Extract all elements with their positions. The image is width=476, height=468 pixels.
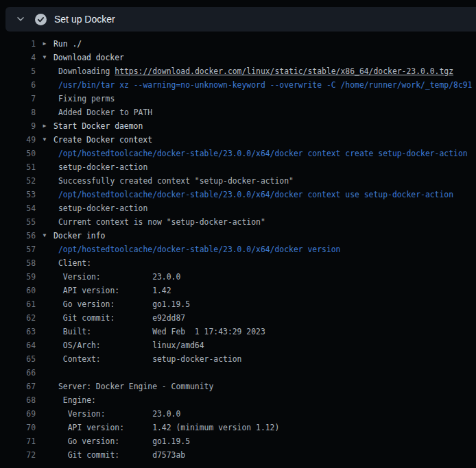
indent-spacer (36, 92, 58, 106)
line-number[interactable]: 72 (0, 448, 36, 462)
line-number[interactable]: 57 (0, 243, 36, 256)
log-text: Downloading https://download.docker.com/… (58, 64, 453, 78)
log-line: 4▼Download docker (0, 51, 476, 64)
log-group-title[interactable]: Download docker (53, 51, 124, 64)
log-line: 67Server: Docker Engine - Community (0, 380, 476, 393)
log-line: 66 (0, 366, 476, 380)
line-number[interactable]: 59 (0, 270, 36, 284)
log-line: 7Fixing perms (0, 92, 476, 106)
log-line: 1▶Run ./ (0, 37, 476, 51)
line-number[interactable]: 63 (0, 325, 36, 338)
line-number[interactable]: 55 (0, 215, 36, 229)
log-line: 52Successfully created context "setup-do… (0, 174, 476, 188)
indent-spacer (36, 284, 58, 297)
line-number[interactable]: 68 (0, 393, 36, 407)
log-line: 8Added Docker to PATH (0, 106, 476, 119)
indent-spacer (36, 64, 58, 78)
line-number[interactable]: 6 (0, 78, 36, 92)
expand-group-icon[interactable]: ▶ (36, 119, 53, 133)
line-number[interactable]: 70 (0, 421, 36, 434)
log-line: 57/opt/hostedtoolcache/docker-stable/23.… (0, 243, 476, 256)
log-text: setup-docker-action (58, 160, 147, 174)
log-line: 61 Go version: go1.19.5 (0, 297, 476, 311)
log-line: 53/opt/hostedtoolcache/docker-stable/23.… (0, 188, 476, 201)
log-line: 9▶Start Docker daemon (0, 119, 476, 133)
log-line: 60 API version: 1.42 (0, 284, 476, 297)
check-circle-icon (35, 14, 47, 25)
indent-spacer (36, 215, 58, 229)
expand-group-icon[interactable]: ▶ (36, 37, 53, 51)
line-number[interactable]: 5 (0, 64, 36, 78)
line-number[interactable]: 1 (0, 37, 36, 51)
line-number[interactable]: 69 (0, 407, 36, 421)
log-group-title[interactable]: Docker info (53, 229, 105, 243)
line-number[interactable]: 9 (0, 119, 36, 133)
collapse-group-icon[interactable]: ▼ (36, 133, 53, 147)
line-number[interactable]: 56 (0, 229, 36, 243)
step-header[interactable]: Set up Docker (5, 7, 476, 32)
line-number[interactable]: 49 (0, 133, 36, 147)
log-link[interactable]: https://download.docker.com/linux/static… (115, 66, 453, 76)
indent-spacer (36, 106, 58, 119)
line-number[interactable]: 66 (0, 366, 36, 380)
indent-spacer (36, 160, 58, 174)
indent-spacer (36, 78, 58, 92)
chevron-down-icon[interactable] (16, 14, 25, 24)
line-number[interactable]: 67 (0, 380, 36, 393)
log-line: 64 OS/Arch: linux/amd64 (0, 338, 476, 352)
collapse-group-icon[interactable]: ▼ (36, 51, 53, 64)
log-line: 63 Built: Wed Feb 1 17:43:29 2023 (0, 325, 476, 338)
indent-spacer (36, 434, 58, 448)
log-line: 69 Version: 23.0.0 (0, 407, 476, 421)
log-group-title[interactable]: Start Docker daemon (53, 119, 143, 133)
line-number[interactable]: 50 (0, 147, 36, 160)
indent-spacer (36, 147, 58, 160)
log-viewer: 1▶Run ./4▼Download docker5Downloading ht… (0, 32, 476, 468)
line-number[interactable]: 54 (0, 201, 36, 215)
indent-spacer (36, 325, 58, 338)
log-line: 59 Version: 23.0.0 (0, 270, 476, 284)
indent-spacer (36, 407, 58, 421)
log-line: 55Current context is now "setup-docker-a… (0, 215, 476, 229)
log-line: 5Downloading https://download.docker.com… (0, 64, 476, 78)
collapse-group-icon[interactable]: ▼ (36, 229, 53, 243)
log-text: Built: Wed Feb 1 17:43:29 2023 (58, 325, 265, 338)
line-number[interactable]: 8 (0, 106, 36, 119)
log-line: 50/opt/hostedtoolcache/docker-stable/23.… (0, 147, 476, 160)
line-number[interactable]: 58 (0, 256, 36, 270)
step-title: Set up Docker (54, 7, 115, 32)
log-group-title[interactable]: Create Docker context (53, 133, 152, 147)
line-number[interactable]: 71 (0, 434, 36, 448)
log-text: Fixing perms (58, 92, 115, 106)
line-number[interactable]: 64 (0, 338, 36, 352)
log-line: 68 Engine: (0, 393, 476, 407)
log-text: Git commit: e92dd87 (58, 311, 185, 325)
log-line: 65 Context: setup-docker-action (0, 352, 476, 366)
log-text: Server: Docker Engine - Community (58, 380, 213, 393)
line-number[interactable]: 62 (0, 311, 36, 325)
line-number[interactable]: 51 (0, 160, 36, 174)
log-line: 62 Git commit: e92dd87 (0, 311, 476, 325)
indent-spacer (36, 270, 58, 284)
log-line: 54setup-docker-action (0, 201, 476, 215)
log-text: Current context is now "setup-docker-act… (58, 215, 265, 229)
log-text: Go version: go1.19.5 (58, 297, 190, 311)
log-group-title[interactable]: Run ./ (53, 37, 82, 51)
log-text: Added Docker to PATH (58, 106, 152, 119)
indent-spacer (36, 188, 58, 201)
log-text: Git commit: d7573ab (58, 448, 185, 462)
indent-spacer (36, 448, 58, 462)
line-number[interactable]: 60 (0, 284, 36, 297)
log-text: OS/Arch: linux/amd64 (58, 338, 204, 352)
line-number[interactable]: 65 (0, 352, 36, 366)
indent-spacer (36, 297, 58, 311)
line-number[interactable]: 4 (0, 51, 36, 64)
line-number[interactable]: 53 (0, 188, 36, 201)
line-number[interactable]: 61 (0, 297, 36, 311)
line-number[interactable]: 52 (0, 174, 36, 188)
indent-spacer (36, 201, 58, 215)
line-number[interactable]: 7 (0, 92, 36, 106)
log-command-text: /usr/bin/tar xz --warning=no-unknown-key… (58, 78, 472, 92)
indent-spacer (36, 243, 58, 256)
log-text: Successfully created context "setup-dock… (58, 174, 294, 188)
